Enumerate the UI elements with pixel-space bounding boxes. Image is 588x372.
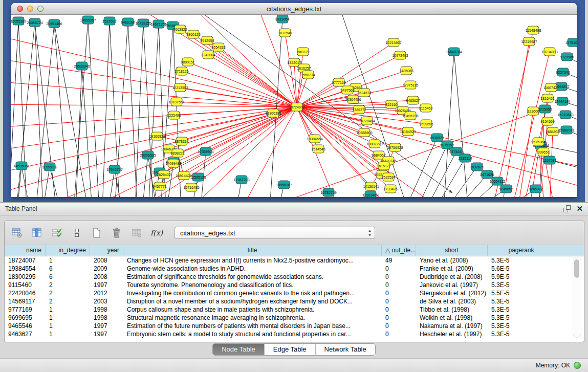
network-node[interactable]: 11607427 <box>543 83 559 92</box>
network-node[interactable]: 9497568 <box>340 86 354 94</box>
network-node[interactable]: 9699695 <box>419 120 433 128</box>
network-node[interactable]: 9245072 <box>529 185 542 193</box>
column-header-pagerank[interactable]: pagerank <box>488 245 555 256</box>
network-node[interactable]: 8938923 <box>430 134 444 142</box>
network-node[interactable]: 19166829 <box>149 132 165 140</box>
network-node[interactable]: 1654933 <box>546 127 559 136</box>
network-node[interactable]: 20691406 <box>46 19 62 28</box>
network-node[interactable]: 16648784 <box>446 48 462 56</box>
network-node[interactable]: 1654333 <box>211 43 225 51</box>
network-node[interactable]: 20364486 <box>345 95 361 103</box>
table-row[interactable]: 2242004622012Investigating the contribut… <box>5 289 584 297</box>
network-node[interactable]: 10688609 <box>356 128 372 137</box>
network-window-titlebar[interactable]: citations_edges.txt <box>11 3 577 15</box>
network-node[interactable]: 8471626 <box>480 170 494 179</box>
network-node[interactable]: 15751074 <box>565 38 577 47</box>
network-node[interactable]: 11156828 <box>42 163 57 171</box>
network-node[interactable]: 10719155 <box>135 19 151 27</box>
close-window-button[interactable] <box>17 6 23 12</box>
network-node[interactable]: 16782759 <box>320 188 336 196</box>
network-node[interactable]: 9457771 <box>153 182 166 190</box>
network-node[interactable]: 1812549 <box>278 29 292 37</box>
network-node[interactable]: 6466160 <box>121 18 135 26</box>
network-node[interactable]: 24055724 <box>27 18 42 27</box>
network-node[interactable]: 9898222 <box>170 149 184 157</box>
network-node[interactable]: 14535061 <box>13 162 29 170</box>
network-node[interactable]: 15992071 <box>558 126 574 134</box>
network-node[interactable]: 7386372 <box>352 105 366 114</box>
network-node[interactable]: 20533346 <box>74 62 90 70</box>
network-node[interactable]: 1527602 <box>102 17 116 25</box>
network-node[interactable]: 8215955 <box>538 105 552 113</box>
network-node[interactable]: 822160 <box>385 100 397 108</box>
network-node[interactable]: 12975115 <box>403 81 419 89</box>
network-node[interactable]: 8813054 <box>275 15 289 23</box>
network-node[interactable]: 1225498 <box>167 111 181 119</box>
network-node[interactable]: 12505135 <box>190 173 206 181</box>
network-node[interactable]: 17942757 <box>106 165 122 173</box>
network-node[interactable]: 1961127 <box>296 48 310 56</box>
network-node[interactable]: 1615172 <box>377 162 390 170</box>
network-node[interactable]: 16154923 <box>400 127 416 136</box>
select-rows-icon[interactable] <box>51 227 63 239</box>
column-header-year[interactable]: year <box>90 245 123 256</box>
network-node[interactable]: 19734093 <box>541 48 557 56</box>
network-node[interactable]: 15716485 <box>183 183 199 191</box>
table-row[interactable]: 946362711997Embryonic stem cells: a mode… <box>5 330 584 338</box>
network-node[interactable]: 16210643 <box>557 111 573 119</box>
network-node[interactable]: 9115460 <box>419 104 433 112</box>
network-node[interactable]: 12444194 <box>554 97 570 105</box>
network-node[interactable]: 12219987 <box>521 37 537 46</box>
network-node[interactable]: 17957223 <box>233 176 249 184</box>
column-header-title[interactable]: title <box>123 245 382 256</box>
network-node[interactable]: 19384554 <box>307 135 322 143</box>
network-node[interactable]: 1733426 <box>383 185 397 193</box>
tab-edge-table[interactable]: Edge Table <box>264 344 315 355</box>
network-node[interactable]: 2342004 <box>201 51 215 59</box>
network-node[interactable]: 1514545 <box>311 145 325 153</box>
float-panel-icon[interactable] <box>563 205 571 213</box>
network-node[interactable]: 10107554 <box>168 98 184 106</box>
column-header-in_degree[interactable]: in_degree <box>46 245 90 256</box>
table-row[interactable]: 1938455462009Genome-wide association stu… <box>5 265 584 273</box>
network-node[interactable]: 9890151 <box>181 58 194 66</box>
scrollbar-thumb[interactable] <box>574 259 579 278</box>
network-node[interactable]: 14671355 <box>150 20 166 28</box>
network-node[interactable]: 16914479 <box>176 171 191 180</box>
table-settings-icon[interactable] <box>11 227 23 239</box>
table-row[interactable]: 946554611997Estimation of the future num… <box>5 322 584 330</box>
network-node[interactable]: 14099488 <box>165 159 181 167</box>
row-height-icon[interactable] <box>71 227 83 239</box>
tab-node-table[interactable]: Node Table <box>213 344 264 355</box>
network-node[interactable]: 10958107 <box>276 181 292 189</box>
network-node[interactable]: 18300295 <box>265 109 281 117</box>
network-node[interactable]: 19495796 <box>402 112 418 120</box>
network-node[interactable]: 321600 <box>527 107 539 115</box>
network-node[interactable]: 11548498 <box>526 26 541 34</box>
network-node[interactable]: 9860125 <box>186 30 200 38</box>
table-row[interactable]: 1456911722003Disruption of a novel membe… <box>5 297 584 305</box>
network-node[interactable]: 16720404 <box>359 117 375 125</box>
network-node[interactable]: 999651 <box>537 148 549 156</box>
delete-table-icon[interactable] <box>111 227 123 239</box>
network-node[interactable]: 20206535 <box>140 151 156 159</box>
tab-network-table[interactable]: Network Table <box>315 344 375 355</box>
network-node[interactable]: 1558234 <box>301 71 315 79</box>
network-node[interactable]: 2522534 <box>381 173 395 181</box>
network-node[interactable]: 8878334 <box>175 137 188 145</box>
network-node[interactable]: 10973493 <box>392 51 408 59</box>
network-node[interactable]: 12213967 <box>385 38 401 47</box>
network-node[interactable]: 12923469 <box>362 191 378 197</box>
network-node[interactable]: 9154669 <box>540 117 554 125</box>
network-node[interactable]: 9129986 <box>560 53 574 61</box>
network-node[interactable]: 3624574 <box>357 89 371 97</box>
table-row[interactable]: 1830029562008Estimation of significance … <box>5 273 584 281</box>
network-node[interactable]: 9227343 <box>556 68 570 76</box>
network-node[interactable]: 7625402 <box>157 170 170 179</box>
network-node[interactable]: 17359924 <box>198 147 213 156</box>
column-header-short[interactable]: short <box>416 245 488 256</box>
network-node[interactable]: 12213553 <box>172 83 188 92</box>
network-node[interactable]: 18807279 <box>366 140 382 148</box>
network-node[interactable]: 9463627 <box>406 96 420 104</box>
network-node[interactable]: 9912954 <box>200 36 214 45</box>
